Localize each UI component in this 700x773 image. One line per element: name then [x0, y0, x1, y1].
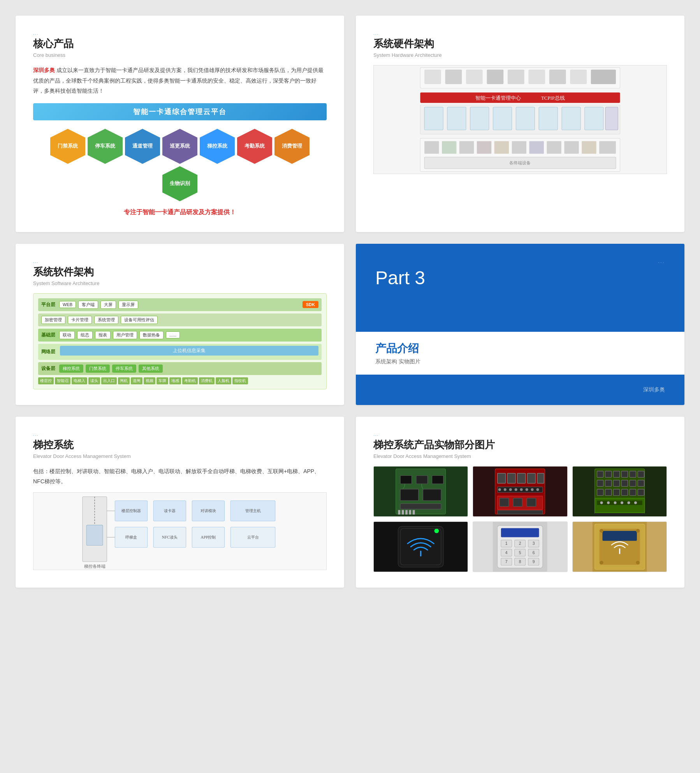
card6-dots: ...	[373, 432, 667, 437]
svg-rect-76	[528, 473, 536, 483]
svg-point-116	[614, 501, 616, 504]
card2-dots: ...	[373, 31, 667, 35]
sub-chip-8: 视频	[144, 377, 155, 384]
svg-point-83	[520, 488, 523, 491]
svg-rect-103	[621, 480, 628, 486]
sub-chip-11: 考勤机	[182, 377, 198, 384]
svg-rect-60	[400, 475, 412, 484]
card6-title-en: Elevator Door Access Management System	[373, 453, 667, 459]
photo-keypad: 1 2 3 4 5 6 7 8 9	[473, 521, 567, 572]
svg-rect-63	[400, 489, 419, 500]
elevator-diagram: 楼层控制器 读卡器 对讲模块 管理主机 呼梯盒 NFC读头 APP控制	[33, 492, 327, 570]
svg-rect-6	[528, 70, 545, 84]
highlight-company: 深圳多奥	[33, 67, 55, 73]
svg-text:梯控各终端: 梯控各终端	[84, 564, 106, 569]
hex-item-3: 巡更系统	[162, 129, 197, 164]
chip-card: 卡片管理	[68, 316, 92, 324]
svg-text:呼梯盒: 呼梯盒	[125, 535, 137, 539]
chip-backup: 数据热备	[139, 331, 164, 339]
elevator-svg: 楼层控制器 读卡器 对讲模块 管理主机 呼梯盒 NFC读头 APP控制	[33, 493, 326, 570]
svg-text:1: 1	[505, 541, 508, 546]
svg-rect-4	[487, 70, 503, 84]
svg-text:管理主机: 管理主机	[245, 509, 261, 513]
card3-title-zh: 系统软件架构	[33, 265, 327, 279]
svg-rect-89	[514, 498, 522, 506]
sub-chip-10: 地感	[169, 377, 181, 384]
sub-chip-7: 道闸	[131, 377, 142, 384]
svg-rect-30	[547, 141, 561, 154]
chip-client: 客户端	[78, 301, 98, 309]
card1-body-text: 成立以来一直致力于智能一卡通产品研发及提供方案，我们凭借雄厚的技术研发和市场服务…	[33, 67, 324, 94]
main-grid: ... 核心产品 Core business 深圳多奥 成立以来一直致力于智能一…	[16, 16, 684, 588]
part3-top: ... Part 3	[356, 244, 684, 332]
chip-report: 报表	[95, 331, 111, 339]
layer-label-platform: 平台层	[41, 301, 57, 308]
svg-rect-100	[597, 480, 603, 486]
layer-label-network: 网络层	[41, 349, 57, 355]
svg-rect-61	[416, 475, 427, 484]
chip-menjin: 门禁系统	[86, 364, 110, 373]
svg-text:APP控制: APP控制	[201, 535, 216, 539]
svg-point-81	[509, 488, 512, 491]
photo-reader	[373, 521, 468, 572]
card1-title-en: Core business	[33, 52, 327, 58]
svg-text:8: 8	[519, 560, 521, 564]
svg-rect-28	[512, 141, 526, 154]
board2-svg	[473, 467, 567, 516]
part3-dots: ...	[658, 259, 665, 264]
chip-device: 设备可用性评估	[121, 316, 158, 324]
card2-title-zh: 系统硬件架构	[373, 37, 667, 51]
svg-rect-97	[621, 471, 628, 477]
svg-text:5: 5	[519, 550, 521, 555]
svg-rect-65	[400, 504, 441, 509]
svg-text:对讲模块: 对讲模块	[201, 509, 216, 513]
svg-rect-23	[424, 141, 439, 154]
sub-chip-13: 人脸机	[216, 377, 231, 384]
svg-rect-1	[424, 70, 441, 84]
svg-rect-110	[630, 489, 636, 495]
svg-rect-24	[442, 141, 456, 154]
part3-subtitle: 系统架构 实物图片	[375, 358, 665, 365]
sw-layer-base: 基础层 联动 组态 报表 用户管理 数据热备 ......	[38, 329, 322, 342]
chip-tikong: 梯控系统	[59, 364, 83, 373]
hex-item-0: 门禁系统	[50, 129, 85, 164]
svg-point-118	[627, 501, 630, 504]
svg-rect-107	[605, 489, 611, 495]
svg-rect-15	[470, 107, 489, 130]
sub-chip-9: 车牌	[157, 377, 168, 384]
reader-svg	[374, 522, 468, 572]
svg-rect-17	[516, 107, 535, 130]
card3-title-en: System Software Architecture	[33, 280, 327, 286]
card1-title-zh: 核心产品	[33, 37, 327, 51]
hardware-diagram: 智能一卡通管理中心 TCPIP总线	[373, 65, 667, 174]
svg-rect-21	[605, 107, 618, 130]
board1-svg	[374, 467, 468, 516]
svg-rect-102	[613, 480, 619, 486]
svg-rect-109	[621, 489, 628, 495]
card5-body: 包括：楼层控制、对讲联动、智能召梯、电梯入户、电话联动、解放双手全自动呼梯、电梯…	[33, 466, 327, 487]
hardware-svg: 智能一卡通管理中心 TCPIP总线	[374, 65, 667, 174]
svg-rect-94	[597, 471, 603, 477]
sub-chip-4: 读头	[88, 377, 100, 384]
svg-rect-62	[432, 475, 443, 484]
svg-rect-112	[594, 498, 644, 512]
platform-banner: 智能一卡通综合管理云平台	[33, 103, 327, 120]
svg-rect-19	[562, 107, 580, 130]
sub-chip-14: 指纹机	[232, 377, 248, 384]
chip-web: WEB	[59, 301, 76, 308]
svg-rect-75	[517, 473, 526, 483]
svg-rect-37	[86, 525, 103, 545]
sub-chip-6: 闸机	[118, 377, 130, 384]
part3-white: 产品介绍 系统架构 实物图片	[356, 332, 684, 375]
svg-point-150	[600, 529, 603, 532]
svg-rect-95	[605, 471, 611, 477]
svg-text:3: 3	[533, 541, 535, 546]
svg-rect-64	[423, 489, 441, 500]
svg-point-85	[531, 488, 534, 491]
layer-label-base: 基础层	[41, 332, 57, 338]
card3-dots: ...	[33, 259, 327, 264]
svg-point-119	[634, 501, 637, 504]
card2-title-en: System Hardware Architecture	[373, 52, 667, 58]
sub-chip-12: 消费机	[199, 377, 215, 384]
chip-user: 用户管理	[113, 331, 137, 339]
